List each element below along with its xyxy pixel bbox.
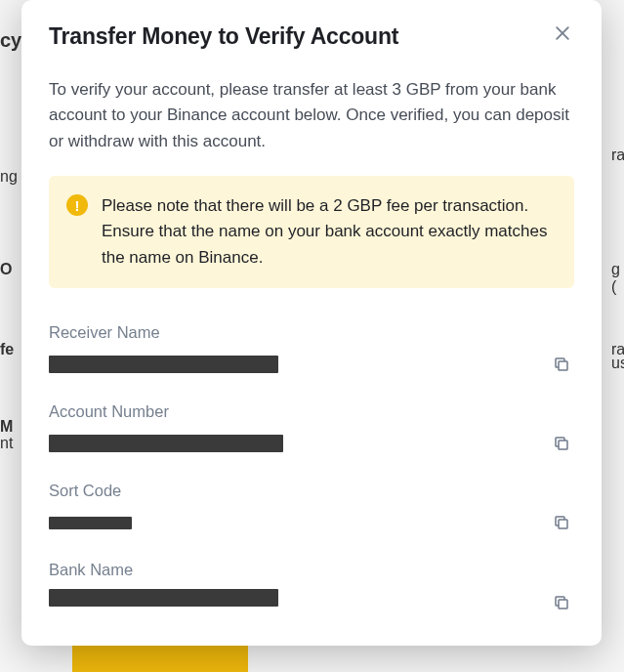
modal-title: Transfer Money to Verify Account (49, 23, 398, 50)
fee-notice: ! Please note that there will be a 2 GBP… (49, 176, 574, 288)
bg-text: nt (0, 435, 13, 452)
bg-text: g ( (611, 261, 624, 296)
field-value-redacted (49, 517, 132, 529)
field-label: Bank Name (49, 561, 574, 579)
svg-rect-5 (559, 600, 567, 609)
field-value-redacted (49, 435, 283, 452)
field-bank-name: Bank Name (49, 561, 574, 607)
warning-icon: ! (66, 194, 88, 216)
bg-text: use (611, 355, 624, 372)
copy-icon (553, 514, 570, 531)
close-button[interactable] (551, 21, 574, 45)
field-value-redacted (49, 356, 278, 373)
field-label: Receiver Name (49, 323, 574, 342)
copy-button[interactable] (549, 431, 574, 456)
field-label: Account Number (49, 402, 574, 421)
copy-icon (553, 356, 570, 373)
field-value-redacted (49, 589, 278, 607)
bg-text: cy (0, 29, 21, 52)
bg-text: fe (0, 341, 14, 358)
svg-rect-2 (559, 361, 567, 370)
copy-button[interactable] (549, 352, 574, 377)
instructions-text: To verify your account, please transfer … (49, 77, 574, 154)
field-account-number: Account Number (49, 402, 574, 456)
bg-text: M (0, 418, 13, 436)
svg-rect-4 (559, 520, 567, 528)
notice-text: Please note that there will be a 2 GBP f… (102, 193, 555, 271)
modal-header: Transfer Money to Verify Account (49, 23, 574, 50)
copy-button[interactable] (549, 590, 574, 615)
copy-button[interactable] (549, 510, 574, 535)
bg-text: ng (0, 168, 18, 186)
field-label: Sort Code (49, 482, 574, 500)
copy-icon (553, 594, 570, 611)
field-sort-code: Sort Code (49, 482, 574, 535)
copy-icon (553, 435, 570, 452)
close-icon (553, 23, 572, 43)
field-receiver-name: Receiver Name (49, 323, 574, 377)
transfer-verify-modal: Transfer Money to Verify Account To veri… (21, 0, 602, 646)
bg-text: raw (611, 147, 624, 164)
bg-text: O (0, 261, 12, 278)
svg-rect-3 (559, 441, 567, 449)
